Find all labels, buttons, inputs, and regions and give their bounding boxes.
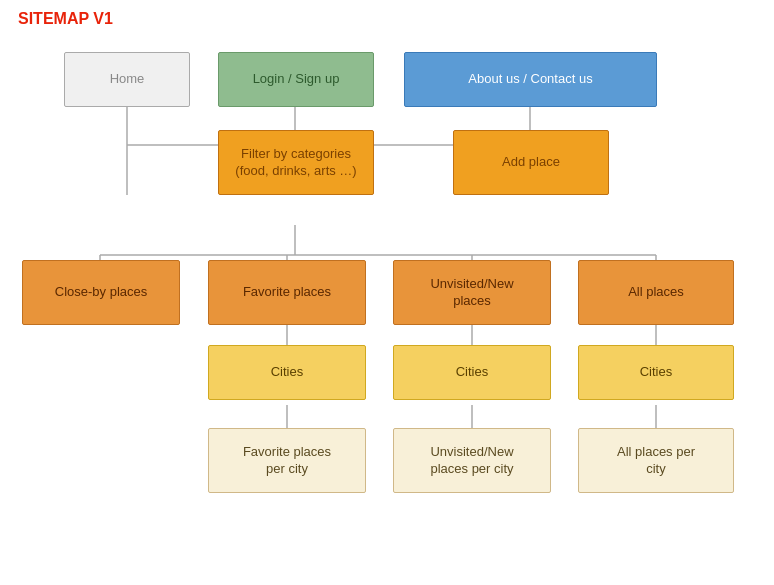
fav-city-node: Favorite places per city (208, 428, 366, 493)
all-places-node: All places (578, 260, 734, 325)
unvisited-node: Unvisited/New places (393, 260, 551, 325)
cities1-node: Cities (208, 345, 366, 400)
page-title: SITEMAP V1 (18, 10, 113, 28)
favorite-node: Favorite places (208, 260, 366, 325)
filter-node: Filter by categories (food, drinks, arts… (218, 130, 374, 195)
add-place-node: Add place (453, 130, 609, 195)
all-city-node: All places per city (578, 428, 734, 493)
home-node: Home (64, 52, 190, 107)
login-node: Login / Sign up (218, 52, 374, 107)
cities2-node: Cities (393, 345, 551, 400)
cities3-node: Cities (578, 345, 734, 400)
about-node: About us / Contact us (404, 52, 657, 107)
unvisited-city-node: Unvisited/New places per city (393, 428, 551, 493)
close-by-node: Close-by places (22, 260, 180, 325)
